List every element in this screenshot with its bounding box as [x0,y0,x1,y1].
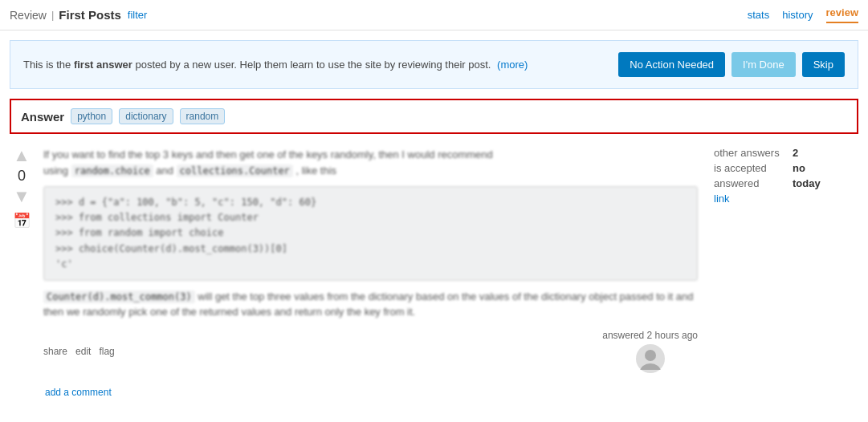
right-nav: stats history review [748,6,858,23]
add-comment-link[interactable]: add a comment [45,387,112,398]
review-link[interactable]: Review [10,9,47,22]
code-block: >>> d = {"a": 100, "b": 5, "c": 150, "d"… [43,186,698,281]
info-bar: This is the first answer posted by a new… [10,40,858,89]
answer-body: If you want to find the top 3 keys and t… [43,147,698,373]
review-tab-link[interactable]: review [826,6,858,23]
info-text-before: This is the [23,59,71,71]
filter-link[interactable]: filter [128,9,148,21]
answer-section: Answer python dictionary random [10,99,858,134]
sidebar-other-answers: other answers 2 [714,147,858,159]
body-line4: , like this [295,164,336,177]
is-accepted-value: no [793,162,805,174]
action-buttons: No Action Needed I'm Done Skip [618,52,845,77]
is-accepted-label: is accepted [714,162,786,174]
vote-up-icon[interactable]: ▲ [13,147,31,164]
answer-footer: share edit flag answered 2 hours ago [43,330,698,373]
code-inline-2: collections.Counter [177,164,293,177]
info-text: This is the first answer posted by a new… [23,59,618,71]
svg-point-1 [640,363,661,370]
answered-info: answered 2 hours ago [602,330,698,373]
answered-label: answered [714,177,786,189]
code-line-4: >>> choice(Counter(d).most_common(3))[0] [55,241,686,257]
vote-count: 0 [18,168,26,185]
history-link[interactable]: history [782,9,813,21]
tag-random[interactable]: random [180,108,226,124]
info-bold-text: first answer [74,59,132,71]
edit-link[interactable]: edit [75,346,91,357]
sidebar-answered: answered today [714,177,858,189]
answer-text-footer: Counter(d).most_common(3) will get the t… [43,289,698,320]
share-link[interactable]: share [43,346,67,357]
more-link[interactable]: (more) [497,59,528,71]
other-answers-value: 2 [793,147,798,159]
sidebar-link[interactable]: link [714,193,730,205]
tag-python[interactable]: python [71,108,112,124]
add-comment-section: add a comment [45,386,858,398]
other-answers-label: other answers [714,147,786,159]
info-text-after: posted by a new user. Help them learn to… [135,59,491,71]
code-line-1: >>> d = {"a": 100, "b": 5, "c": 150, "d"… [55,195,686,210]
answered-value: today [793,177,821,189]
code-inline-1: random.choice [71,164,153,177]
code-line-5: 'c' [55,257,686,272]
answered-time: answered 2 hours ago [602,330,698,341]
page-title: First Posts [59,8,121,22]
code-inline-footer: Counter(d).most_common(3) [43,290,195,303]
vote-down-icon[interactable]: ▼ [13,188,31,205]
sidebar: other answers 2 is accepted no answered … [714,147,858,373]
body-line1: If you want to find the top 3 keys and t… [43,148,493,160]
body-line2: using [43,164,68,177]
answer-text-intro: If you want to find the top 3 keys and t… [43,147,698,178]
code-line-3: >>> from random import choice [55,225,686,241]
no-action-button[interactable]: No Action Needed [618,52,725,77]
main-content: ▲ 0 ▼ 📅 If you want to find the top 3 ke… [10,147,858,373]
answer-label: Answer [21,110,64,124]
skip-button[interactable]: Skip [802,52,845,77]
done-button[interactable]: I'm Done [731,52,796,77]
tag-dictionary[interactable]: dictionary [119,108,173,124]
separator: | [51,9,54,21]
vote-area: ▲ 0 ▼ 📅 [10,147,34,373]
top-nav: Review | First Posts filter stats histor… [0,0,868,30]
code-line-2: >>> from collections import Counter [55,210,686,225]
answer-left: ▲ 0 ▼ 📅 If you want to find the top 3 ke… [10,147,698,373]
answer-actions: share edit flag [43,346,115,357]
sidebar-is-accepted: is accepted no [714,162,858,174]
stats-link[interactable]: stats [748,9,769,21]
bookmark-icon[interactable]: 📅 [13,212,31,229]
svg-point-0 [645,350,656,361]
user-avatar [636,344,665,373]
body-line3: and [156,164,173,177]
flag-link[interactable]: flag [99,346,114,357]
sidebar-link-row: link [714,193,858,205]
